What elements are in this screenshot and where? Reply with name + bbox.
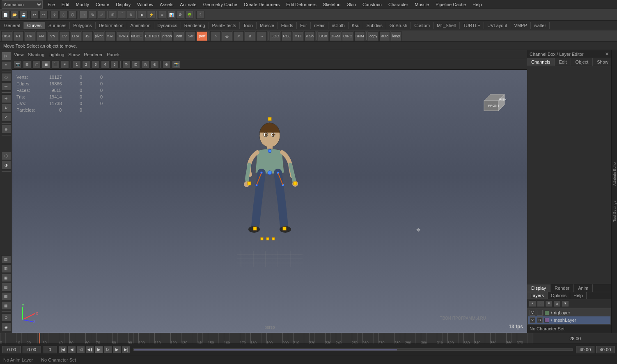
vp-light-btn[interactable]: ☀ [61, 60, 69, 69]
tab-anim[interactable]: Anim [574, 284, 593, 292]
paint-tool-btn[interactable]: ✏ [1, 82, 11, 91]
vp-solid-btn[interactable]: ◼ [42, 60, 50, 69]
attr-btn[interactable]: ⚙ [176, 11, 184, 19]
shelf-editor[interactable]: EDITOR [144, 31, 161, 41]
layer-move-up-btn[interactable]: ▲ [553, 300, 561, 307]
shelf-cp[interactable]: CP [25, 31, 35, 41]
vp-shading[interactable]: Shading [28, 52, 44, 57]
playhead[interactable] [39, 333, 40, 343]
tab-curves[interactable]: Curves [24, 22, 45, 29]
shelf-box[interactable]: BOX [318, 31, 328, 41]
save-btn[interactable]: 💾 [19, 11, 28, 19]
paint-btn[interactable]: ⬡ [69, 11, 77, 19]
timeline-ruler[interactable]: 0102030405060708090100110120130140150160… [0, 333, 533, 343]
shelf-lra[interactable]: LRA [71, 31, 81, 41]
shelf-roj[interactable]: ROJ [281, 31, 292, 41]
menu-pipeline[interactable]: Pipeline Cache [432, 0, 469, 9]
menu-create[interactable]: Create [92, 0, 112, 9]
menu-skin[interactable]: Skin [344, 0, 359, 9]
frame-field[interactable] [43, 346, 57, 353]
delete-layer-btn[interactable]: - [537, 300, 544, 307]
vp-grid-btn[interactable]: ⊞ [23, 60, 31, 69]
ipr-btn[interactable]: ⚡ [147, 11, 155, 19]
scale-tool-btn[interactable]: ⤢ [1, 113, 11, 121]
shelf-mtt[interactable]: MTT [293, 31, 303, 41]
snap-curve-btn[interactable]: ⌒ [118, 11, 126, 19]
vp-panels[interactable]: Panels [107, 52, 121, 57]
outliner-btn[interactable]: 🌳 [185, 11, 193, 19]
tab-deformation[interactable]: Deformation [96, 22, 127, 29]
shelf-graph[interactable]: graph [161, 31, 173, 41]
end-time2-field[interactable] [596, 346, 615, 353]
tab-channels[interactable]: Channels [527, 58, 555, 66]
new-layer-btn[interactable]: + [529, 300, 536, 307]
layer1-btn[interactable]: ▤ [1, 255, 11, 264]
menu-help[interactable]: Help [469, 0, 485, 9]
prev-key-btn[interactable]: ◁ [77, 346, 85, 353]
vp-camera-btn[interactable]: 📷 [14, 60, 22, 69]
show-manip-btn[interactable]: ⊕ [1, 125, 11, 133]
undo-btn[interactable]: ↩ [30, 11, 39, 19]
tab-dynamics[interactable]: Dynamics [154, 22, 181, 29]
tab-animation[interactable]: Animation [127, 22, 154, 29]
vp-persp-btn[interactable]: ⟳ [122, 60, 131, 69]
tab-subdivs[interactable]: Subdivs [363, 22, 386, 29]
tab-rendering[interactable]: Rendering [181, 22, 209, 29]
sculpt-btn[interactable]: ◑ [1, 161, 11, 169]
layer-options-btn[interactable]: ≡ [545, 300, 553, 307]
menu-file[interactable]: File [44, 0, 58, 9]
le-tab-help[interactable]: Help [570, 292, 587, 299]
tab-polygons[interactable]: Polygons [70, 22, 95, 29]
shelf-mat[interactable]: MAT [105, 31, 116, 41]
tab-toon[interactable]: Toon [240, 22, 257, 29]
tab-m1shelf[interactable]: M1_Shelf [434, 22, 459, 29]
layer-move-down-btn[interactable]: ▼ [562, 300, 569, 307]
vp-view[interactable]: View [14, 52, 24, 57]
history-btn[interactable]: ≡ [158, 11, 166, 19]
menu-animate[interactable]: Animate [177, 0, 200, 9]
shelf-fn[interactable]: FN [36, 31, 47, 41]
shelf-circ[interactable]: CIRC [342, 31, 353, 41]
soft-sel-btn[interactable]: ⬡ [1, 152, 11, 160]
skip-end-btn[interactable]: ▶| [122, 346, 130, 353]
lasso-tool-btn[interactable]: ◌ [1, 73, 11, 82]
vp-wire-btn[interactable]: ◻ [32, 60, 41, 69]
viewport[interactable]: Verts: 10127 0 0 Edges: 19866 0 0 Faces:… [12, 70, 527, 333]
shelf-rnm[interactable]: RNM [354, 31, 365, 41]
new-file-btn[interactable]: 📄 [1, 11, 9, 19]
menu-constrain[interactable]: Constrain [359, 0, 385, 9]
le-tab-options[interactable]: Options [548, 292, 570, 299]
render-btn[interactable]: ▶ [138, 11, 146, 19]
tab-general[interactable]: General [1, 22, 24, 29]
current-time-field[interactable] [23, 346, 41, 353]
right-panel-close-icon[interactable]: ✕ [605, 51, 609, 57]
shelf-auto[interactable]: auto [379, 31, 390, 41]
shelf-con[interactable]: con [174, 31, 184, 41]
menu-display[interactable]: Display [112, 0, 134, 9]
menu-editdef[interactable]: Edit Deformers [283, 0, 319, 9]
start-time-field[interactable] [2, 346, 21, 353]
tab-vmpp[interactable]: VMPP [511, 22, 531, 29]
vp-resolution5[interactable]: 5 [110, 60, 119, 69]
vp-resolution1[interactable]: 1 [73, 60, 81, 69]
next-frame-btn[interactable]: ▶ [113, 346, 121, 353]
shelf-perf[interactable]: perf [197, 31, 207, 41]
menu-createdef[interactable]: Create Deformers [241, 0, 283, 9]
tab-render[interactable]: Render [550, 284, 574, 292]
vp-xray-btn[interactable]: ⊘ [151, 60, 159, 69]
help-btn[interactable]: ? [196, 11, 204, 19]
shelf-diam3[interactable]: DIAM [329, 31, 341, 41]
shelf-right-arrow[interactable]: → [256, 31, 267, 41]
scale-btn[interactable]: ⤢ [98, 11, 106, 19]
menu-modify[interactable]: Modify [73, 0, 92, 9]
mesh-reference-btn[interactable]: R [537, 317, 543, 323]
rig-reference-btn[interactable] [537, 310, 543, 316]
layer5-btn[interactable]: ▨ [1, 292, 11, 301]
next-key-btn[interactable]: ▷ [104, 346, 112, 353]
tab-uvlayout[interactable]: UVLayout [484, 22, 511, 29]
tab-turtle[interactable]: TURTLE [460, 22, 484, 29]
layer4-btn[interactable]: ▧ [1, 283, 11, 291]
redo-btn[interactable]: ↪ [39, 11, 48, 19]
shelf-plus[interactable]: ⊕ [245, 31, 255, 41]
tab-gobrush[interactable]: GoBrush [386, 22, 411, 29]
